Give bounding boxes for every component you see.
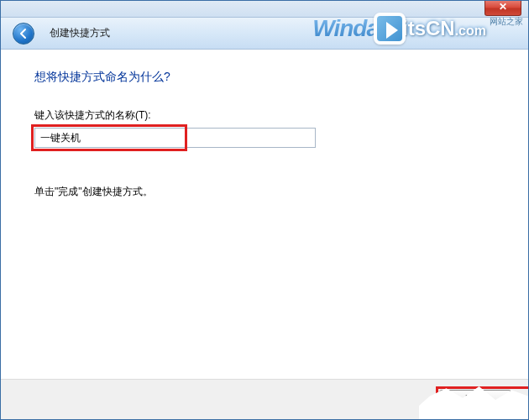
page-heading: 想将快捷方式命名为什么? xyxy=(34,70,495,85)
shortcut-name-input[interactable] xyxy=(34,128,316,148)
watermark-sub: 网站之家 xyxy=(490,16,523,28)
play-icon xyxy=(374,13,406,45)
finish-button-wrap: 完成 xyxy=(439,390,511,410)
wizard-window: ✕ 创建快捷方式 Winda itsCN.com 网站之家 想将快捷方式命名为什… xyxy=(0,0,529,420)
watermark-text-2: itsCN.com xyxy=(402,17,486,40)
window-title: 创建快捷方式 xyxy=(50,26,110,40)
watermark: Winda itsCN.com 网站之家 xyxy=(312,13,523,45)
input-container xyxy=(34,128,316,148)
footer-bar: 完成 xyxy=(1,379,528,419)
finish-button[interactable]: 完成 xyxy=(439,390,511,410)
instruction-text: 单击"完成"创建快捷方式。 xyxy=(34,185,495,199)
back-arrow-icon xyxy=(18,28,29,39)
close-button[interactable]: ✕ xyxy=(484,1,521,16)
back-button[interactable] xyxy=(13,23,34,45)
watermark-text-1: Winda xyxy=(312,15,379,42)
input-label: 键入该快捷方式的名称(T): xyxy=(34,108,495,123)
header-bar: 创建快捷方式 Winda itsCN.com 网站之家 xyxy=(1,18,528,50)
content-area: 想将快捷方式命名为什么? 键入该快捷方式的名称(T): 单击"完成"创建快捷方式… xyxy=(1,50,528,377)
titlebar: ✕ xyxy=(1,1,528,18)
